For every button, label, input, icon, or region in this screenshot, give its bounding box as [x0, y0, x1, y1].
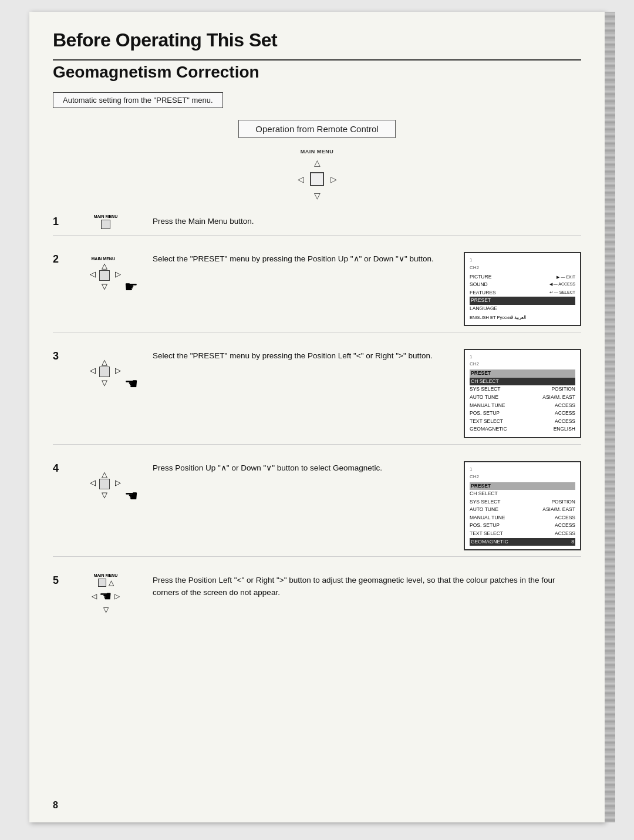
tv-screen-3: 1CH2 PRESET CH SELECT SYS SELECTPOSITION…: [464, 349, 581, 438]
screen4-item-sysselect: SYS SELECTPOSITION: [470, 498, 575, 506]
screen3-item-manualtune: MANUAL TUNEACCESS: [470, 402, 575, 410]
page: Before Operating This Set Geomagnetism C…: [29, 12, 605, 822]
remote-diagram: MAIN MENU △ ◁ ▷ ▽: [53, 149, 581, 203]
d-pad-center-btn: [310, 172, 324, 186]
screen2-item-features: FEATURES ↩ — SELECT: [470, 289, 575, 297]
screen2-item-picture: PICTURE ▶— EXIT: [470, 273, 575, 281]
hand-icon-step2: ☚: [124, 278, 138, 296]
screen3-item-sysselect: SYS SELECTPOSITION: [470, 385, 575, 394]
steps-container: 1 MAIN MENU Press the Main Menu button. …: [53, 214, 581, 620]
screen3-item-chselect: CH SELECT: [470, 378, 575, 386]
remote-diagram-label: MAIN MENU: [301, 149, 334, 154]
hand-icon-step3: ☚: [124, 375, 138, 393]
step-1-number: 1: [53, 214, 70, 228]
step-4-text: Press Position Up "∧" or Down "∨" button…: [153, 461, 452, 474]
screen3-preset-header: PRESET: [470, 369, 575, 378]
step-3-number: 3: [53, 349, 70, 362]
screen2-item-language: LANGUAGE: [470, 305, 575, 313]
header-section: Before Operating This Set: [53, 29, 581, 61]
d-pad-up: △: [310, 156, 324, 170]
preset-note-box: Automatic setting from the "PRESET" menu…: [53, 88, 581, 120]
screen4-item-textselect: TEXT SELECTACCESS: [470, 530, 575, 538]
step-3-screen: 1CH2 PRESET CH SELECT SYS SELECTPOSITION…: [464, 349, 581, 438]
step-3: 3 △ ◁ ▷ ▽ ☚ Select the "PRESET" m: [53, 349, 581, 445]
screen3-item-possetup: POS. SETUPACCESS: [470, 409, 575, 418]
screen4-item-possetup: POS. SETUPACCESS: [470, 522, 575, 530]
sub-title: Geomagnetism Correction: [53, 63, 581, 82]
operation-center: Operation from Remote Control: [53, 120, 581, 144]
d-pad-right: ▷: [326, 172, 340, 186]
step-4: 4 △ ◁ ▷ ▽ ☚ Press Position Up "∧": [53, 461, 581, 557]
step-4-screen: 1CH2 PRESET CH SELECT SYS SELECTPOSITION…: [464, 461, 581, 550]
d-pad-down: ▽: [310, 189, 324, 203]
hand-icon-step4: ☚: [124, 487, 138, 505]
preset-note: Automatic setting from the "PRESET" menu…: [53, 92, 223, 108]
step-1: 1 MAIN MENU Press the Main Menu button.: [53, 214, 581, 236]
screen3-item-autotune: AUTO TUNEASIA/M. EAST: [470, 394, 575, 402]
step-5-text: Press the Position Left "<" or Right ">"…: [153, 573, 581, 599]
step-5: 5 MAIN MENU △ ◁ ☚ ▷ ▽ Press the Posit: [53, 573, 581, 620]
step-2: 2 MAIN MENU △ ◁ ▷ ▽ ☚: [53, 252, 581, 332]
page-number: 8: [53, 800, 58, 811]
step-2-number: 2: [53, 252, 70, 266]
screen2-item-sound: SOUND ◀ — ACCESS: [470, 281, 575, 289]
step-1-icon: MAIN MENU: [70, 214, 141, 229]
screen4-channel: 1CH2: [470, 466, 575, 481]
step-2-icon: MAIN MENU △ ◁ ▷ ▽ ☚: [70, 252, 141, 296]
tv-screen-4: 1CH2 PRESET CH SELECT SYS SELECTPOSITION…: [464, 461, 581, 550]
step-5-icon: MAIN MENU △ ◁ ☚ ▷ ▽: [70, 573, 141, 614]
screen4-preset-header: PRESET: [470, 482, 575, 490]
screen3-item-geomag: GEOMAGNETICENGLISH: [470, 425, 575, 434]
step-4-number: 4: [53, 461, 70, 475]
screen2-channel: 1CH2: [470, 257, 575, 272]
screen4-item-manualtune: MANUAL TUNEACCESS: [470, 514, 575, 522]
step-3-text: Select the "PRESET" menu by pressing the…: [153, 349, 452, 362]
step-2-text: Select the "PRESET" menu by pressing the…: [153, 252, 452, 265]
d-pad-diagram: △ ◁ ▷ ▽: [294, 156, 340, 203]
screen3-item-textselect: TEXT SELECTACCESS: [470, 418, 575, 426]
step-1-text: Press the Main Menu button.: [153, 214, 581, 227]
step-2-screen: 1CH2 PICTURE ▶— EXIT SOUND ◀ — ACCESS FE…: [464, 252, 581, 326]
screen4-item-autotune: AUTO TUNEASIA/M. EAST: [470, 506, 575, 514]
screen3-channel: 1CH2: [470, 354, 575, 369]
main-title: Before Operating This Set: [53, 29, 581, 51]
screen2-item-lang-options: ENGLISH ΕΤ Русский العربية: [470, 314, 575, 321]
step-4-icon: △ ◁ ▷ ▽ ☚: [70, 461, 141, 505]
screen4-item-chselect: CH SELECT: [470, 490, 575, 498]
d-pad-left: ◁: [294, 172, 308, 186]
screen4-item-geomag: GEOMAGNETIC8: [470, 538, 575, 546]
step-5-number: 5: [53, 573, 70, 587]
tv-screen-2: 1CH2 PICTURE ▶— EXIT SOUND ◀ — ACCESS FE…: [464, 252, 581, 326]
screen2-item-preset: PRESET: [470, 297, 575, 305]
operation-box: Operation from Remote Control: [238, 120, 395, 138]
step-3-icon: △ ◁ ▷ ▽ ☚: [70, 349, 141, 393]
